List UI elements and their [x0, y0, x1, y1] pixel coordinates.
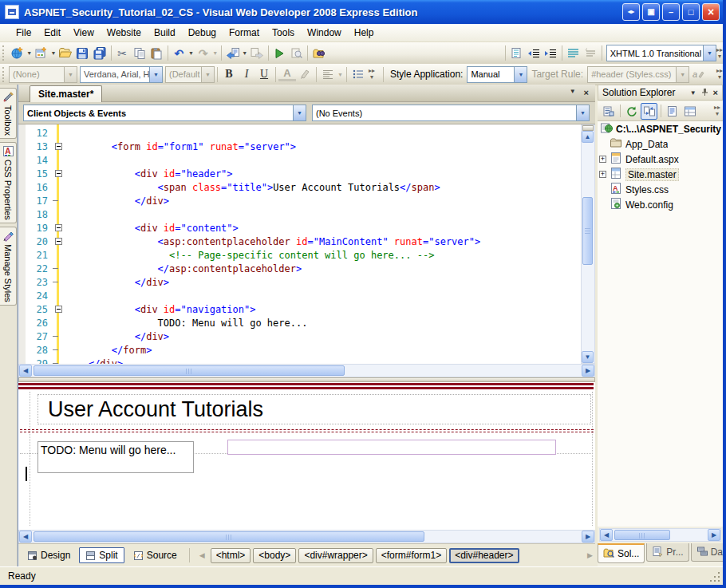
close-button[interactable]: × [702, 3, 720, 21]
code-line-13[interactable]: 13 <form id="form1" runat="server"> [26, 140, 576, 153]
navigate-backward-dropdown-icon[interactable]: ▼ [241, 45, 248, 62]
code-line-28[interactable]: 28 </form> [26, 343, 576, 357]
redo-dropdown-icon[interactable]: ▼ [211, 45, 219, 62]
code-line-21[interactable]: 21 <!-- Page-specific content will go he… [26, 248, 576, 262]
refresh-icon[interactable] [623, 103, 640, 120]
code-line-22[interactable]: 22 </asp:contentplaceholder> [26, 262, 576, 275]
scrollbar-thumb[interactable] [614, 530, 670, 540]
tab-site-master[interactable]: Site.master* [30, 85, 102, 102]
toolbar-overflow-icon[interactable]: ▸▸▾ [369, 68, 375, 81]
decrease-indent-icon[interactable] [525, 45, 542, 62]
start-debugging-icon[interactable] [271, 45, 288, 62]
menu-item-tools[interactable]: Tools [266, 25, 301, 41]
properties-icon[interactable] [600, 103, 617, 120]
menu-item-format[interactable]: Format [223, 25, 266, 41]
doctype-validation-dropdown[interactable]: XHTML 1.0 Transitional ( ▼ [606, 45, 716, 61]
maximize-button[interactable]: □ [682, 3, 700, 21]
view-button-design[interactable]: Design [22, 547, 76, 563]
content-placeholder-region[interactable] [227, 440, 556, 455]
add-new-item-icon[interactable] [33, 45, 49, 62]
alignment-icon[interactable] [319, 65, 337, 83]
design-view[interactable]: User Account Tutorials TODO: Menu will g… [18, 382, 595, 530]
menu-item-help[interactable]: Help [348, 25, 381, 41]
menu-item-debug[interactable]: Debug [182, 25, 223, 41]
code-line-23[interactable]: 23 </div> [26, 275, 576, 289]
client-objects-dropdown[interactable]: Client Objects & Events ▼ [23, 105, 306, 121]
tree-item-default-aspx[interactable]: +Default.aspx [598, 152, 723, 167]
scroll-right-icon[interactable]: ▶ [582, 365, 594, 377]
code-line-14[interactable]: 14 [26, 153, 576, 167]
minimize-button[interactable]: – [662, 3, 680, 21]
style-application-dropdown[interactable]: Manual ▼ [467, 66, 527, 83]
target-class-dropdown[interactable]: (None) ▼ [9, 66, 77, 83]
dock-left-right-button[interactable]: ◂▸ [622, 3, 640, 21]
bold-icon[interactable]: B [220, 65, 238, 83]
code-line-20[interactable]: 20 <asp:contentplaceholder id="MainConte… [26, 235, 576, 248]
navigation-region[interactable]: TODO: Menu will go here... [37, 441, 194, 473]
editor-horizontal-scrollbar[interactable]: ◀ ▶ [18, 364, 595, 377]
code-line-26[interactable]: 26 TODO: Menu will go here... [26, 316, 576, 330]
save-all-icon[interactable] [91, 45, 108, 62]
highlight-icon[interactable] [296, 65, 314, 83]
open-file-icon[interactable] [57, 45, 73, 62]
resize-grip[interactable] [710, 572, 721, 583]
new-website-dropdown-icon[interactable]: ▼ [26, 45, 33, 62]
fold-collapse-icon[interactable] [51, 224, 65, 231]
menu-item-view[interactable]: View [67, 25, 101, 41]
tree-horizontal-scrollbar[interactable]: ◀ ▶ [599, 528, 721, 542]
fold-collapse-icon[interactable] [51, 143, 65, 150]
font-color-icon[interactable]: A [278, 67, 296, 81]
paste-icon[interactable] [148, 45, 164, 62]
undo-dropdown-icon[interactable]: ▼ [187, 45, 195, 62]
menu-item-build[interactable]: Build [148, 25, 182, 41]
code-line-19[interactable]: 19 <div id="content"> [26, 221, 576, 235]
header-region[interactable]: User Account Tutorials [37, 394, 591, 424]
scroll-right-icon[interactable]: ▶ [582, 531, 594, 543]
new-website-icon[interactable] [9, 45, 26, 62]
scroll-left-icon[interactable]: ◀ [600, 529, 613, 541]
undo-icon[interactable]: ↶ [171, 45, 187, 62]
scrollbar-thumb[interactable] [582, 197, 593, 265]
sidebar-tab-css-properties[interactable]: ACSS Properties [0, 142, 17, 223]
tag-navigator-divheader[interactable]: <div#header> [449, 548, 519, 563]
panel-tab-pr[interactable]: Pr... [646, 543, 689, 562]
toolbar-grip[interactable] [2, 45, 6, 61]
code-line-15[interactable]: 15 <div id="header"> [26, 167, 576, 180]
find-in-files-icon[interactable] [310, 45, 327, 62]
tag-navigator-body[interactable]: <body> [253, 548, 296, 563]
find-icon[interactable] [288, 45, 305, 62]
tree-item-site-master[interactable]: +Site.master [598, 167, 723, 182]
italic-icon[interactable]: I [238, 65, 255, 83]
expand-icon[interactable]: + [599, 156, 606, 163]
close-document-icon[interactable]: × [584, 88, 589, 97]
menu-item-file[interactable]: File [10, 25, 37, 41]
close-panel-icon[interactable]: × [713, 88, 718, 97]
tree-item-web-config[interactable]: Web.config [598, 197, 723, 212]
tag-navigator-divwrapper[interactable]: <div#wrapper> [298, 548, 373, 563]
solution-explorer-title-bar[interactable]: Solution Explorer ▼ × [598, 85, 723, 101]
split-grip[interactable] [582, 125, 594, 131]
navigate-backward-icon[interactable] [224, 45, 241, 62]
menu-item-edit[interactable]: Edit [37, 25, 67, 41]
editor-vertical-scrollbar[interactable]: ▲ ▼ [581, 124, 595, 364]
target-rule-dropdown[interactable]: #header (Styles.css) ▼ [587, 66, 689, 83]
tag-nav-scroll-left-icon[interactable]: ◀ [199, 551, 205, 559]
panel-tab-da[interactable]: Da... [691, 543, 726, 562]
sidebar-tab-manage-styles[interactable]: Manage Styles [0, 227, 17, 306]
code-line-29[interactable]: 29 </div> [26, 357, 576, 364]
code-line-27[interactable]: 27 </div> [26, 330, 576, 343]
scrollbar-thumb[interactable] [34, 365, 345, 376]
scroll-left-icon[interactable]: ◀ [19, 365, 32, 377]
document-list-dropdown-icon[interactable]: ▼ [570, 88, 576, 97]
add-new-item-dropdown-icon[interactable]: ▼ [50, 45, 57, 62]
view-button-source[interactable]: Source [128, 547, 183, 563]
new-style-icon[interactable]: a [689, 65, 707, 83]
increase-indent-icon[interactable] [543, 45, 559, 62]
fold-collapse-icon[interactable] [51, 170, 65, 177]
view-designer-icon[interactable] [681, 103, 698, 120]
scroll-left-icon[interactable]: ◀ [19, 531, 32, 543]
code-line-24[interactable]: 24 [26, 289, 576, 302]
tree-item-app-data[interactable]: App_Data [598, 136, 723, 152]
navigate-forward-icon[interactable] [248, 45, 265, 62]
tree-item-styles-css[interactable]: AStyles.css [598, 182, 723, 197]
